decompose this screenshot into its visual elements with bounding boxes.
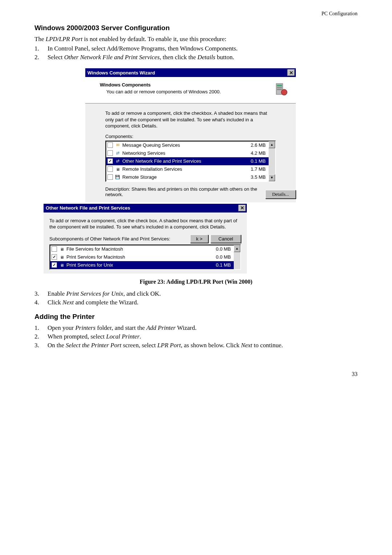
list-item[interactable]: 🖥 File Services for Macintosh 0.0 MB: [50, 245, 234, 253]
t: screen, select: [121, 342, 157, 349]
item-label: File Services for Macintosh: [66, 246, 209, 252]
banner-title: Windows Components: [100, 82, 221, 88]
t: Add Printer: [146, 324, 176, 331]
item-label: Other Network File and Print Services: [122, 158, 244, 164]
subcomponents-label: Subcomponents of Other Network File and …: [49, 236, 170, 242]
t: Open your: [48, 324, 75, 331]
list-number: 2.: [34, 54, 41, 61]
item-label: Remote Storage: [122, 174, 244, 180]
list-item[interactable]: 💾 Remote Storage 3.5 MB: [106, 173, 269, 181]
components-listbox[interactable]: ✉ Message Queuing Services 2.6 MB ⇄ Netw…: [105, 141, 276, 182]
wizard-banner: Windows Components You can add or remove…: [85, 77, 296, 104]
checkbox-icon[interactable]: [107, 166, 113, 172]
ap-step-3: 3. On the Select the Printer Port screen…: [34, 342, 358, 349]
t: LPR Port: [158, 342, 181, 349]
list-item-selected[interactable]: ✓ ⇄ Other Network File and Print Service…: [106, 157, 269, 165]
item-size: 0.0 MB: [209, 246, 232, 252]
item-label: Print Services for Unix: [66, 262, 209, 268]
network-icon: ⇄: [115, 150, 121, 156]
list-item[interactable]: ✓ 🖥 Print Services for Macintosh 0.0 MB: [50, 253, 234, 261]
windows-components-wizard-dialog: Windows Components Wizard ✕ Windows Comp…: [85, 68, 296, 202]
description-line: Description: Shares files and printers o…: [105, 186, 276, 197]
checkbox-icon[interactable]: [107, 150, 113, 156]
list-item[interactable]: ✉ Message Queuing Services 2.6 MB: [106, 141, 269, 149]
next-button[interactable]: k >: [190, 235, 208, 243]
checkbox-icon[interactable]: [107, 142, 113, 148]
page-number: 33: [34, 371, 358, 377]
scrollbar[interactable]: ▲: [234, 245, 240, 269]
checkbox-icon[interactable]: ✓: [52, 254, 57, 260]
step-3: 3. Enable Print Services for Unix, and c…: [34, 290, 358, 297]
t: , and click OK.: [123, 290, 161, 297]
item-size: 2.6 MB: [244, 142, 267, 148]
step-4: 4. Click Next and complete the Wizard.: [34, 299, 358, 306]
scroll-up-icon[interactable]: ▲: [269, 141, 275, 148]
close-icon[interactable]: ✕: [238, 205, 246, 211]
scroll-down-icon[interactable]: ▼: [269, 174, 275, 181]
scrollbar[interactable]: ▲ ▼: [269, 141, 275, 181]
list-item-selected[interactable]: ✓ 🖥 Print Services for Unix 0.1 MB: [50, 261, 234, 269]
text: is not enabled by default. To enable it,…: [82, 36, 226, 42]
network-icon: ⇄: [115, 158, 121, 164]
t: Next: [241, 342, 252, 349]
list-number: 4.: [34, 299, 41, 306]
dialog-title: Windows Components Wizard: [87, 70, 155, 76]
server-icon: [274, 82, 289, 97]
t: Print Services for Unix: [66, 290, 123, 297]
t: Printers: [75, 324, 95, 331]
close-icon[interactable]: ✕: [287, 69, 295, 76]
t: Other Network File and Print Services: [64, 54, 160, 61]
checkbox-icon[interactable]: ✓: [52, 262, 57, 268]
t: Local Printer: [106, 333, 139, 340]
dialog-body: To add or remove a component, click the …: [44, 212, 247, 274]
checkbox-icon[interactable]: [107, 174, 113, 180]
t: Next: [62, 299, 74, 306]
computer-icon: 🖥: [59, 262, 65, 268]
wizard-desc: To add or remove a component, click the …: [105, 110, 276, 129]
list-text: In Control Panel, select Add/Remove Prog…: [48, 45, 238, 52]
scroll-up-icon[interactable]: ▲: [234, 245, 240, 252]
item-label: Message Queuing Services: [122, 142, 244, 148]
ap-step-2: 2. When prompted, select Local Printer.: [34, 333, 358, 340]
cancel-button[interactable]: Cancel: [211, 235, 241, 243]
list-item[interactable]: ⇄ Networking Services 4.2 MB: [106, 149, 269, 157]
subcomponents-listbox[interactable]: 🖥 File Services for Macintosh 0.0 MB ✓ 🖥…: [49, 244, 241, 270]
item-label: Remote Installation Services: [122, 166, 244, 172]
svg-point-4: [281, 89, 287, 95]
text-em: LPD/LPR Port: [46, 36, 83, 42]
titlebar: Windows Components Wizard ✕: [85, 68, 296, 77]
t: Select: [48, 54, 64, 61]
t: When prompted, select: [48, 333, 106, 340]
t: .: [140, 333, 141, 340]
list-number: 2.: [34, 333, 41, 340]
components-label: Components:: [105, 134, 276, 139]
heading-adding-printer: Adding the Printer: [34, 313, 358, 321]
item-label: Networking Services: [122, 150, 244, 156]
list-text: Enable Print Services for Unix, and clic…: [48, 290, 161, 297]
svg-rect-3: [277, 89, 282, 90]
list-number: 1.: [34, 45, 41, 52]
list-number: 3.: [34, 290, 41, 297]
list-text: Select Other Network File and Print Serv…: [48, 54, 234, 61]
details-button[interactable]: Details...: [265, 190, 296, 199]
item-size: 1.7 MB: [244, 166, 267, 172]
dialog-title: Other Network File and Print Services: [46, 205, 130, 211]
item-size: 0.1 MB: [244, 158, 267, 164]
list-text: Open your Printers folder, and start the…: [48, 324, 197, 332]
wizard-body: Windows Components You can add or remove…: [85, 77, 296, 202]
svg-rect-2: [277, 87, 282, 88]
step-1: 1. In Control Panel, select Add/Remove P…: [34, 45, 358, 52]
checkbox-icon[interactable]: ✓: [107, 158, 113, 164]
t: , then click the: [160, 54, 197, 61]
t: folder, and start the: [95, 324, 146, 331]
list-text: On the Select the Printer Port screen, s…: [48, 342, 283, 349]
list-text: Click Next and complete the Wizard.: [48, 299, 138, 306]
heading-windows-config: Windows 2000/2003 Server Configuration: [34, 24, 358, 32]
t: Select the Printer Port: [66, 342, 121, 349]
list-text: When prompted, select Local Printer.: [48, 333, 141, 340]
figure-caption: Figure 23: Adding LPD/LPR Port (Win 2000…: [34, 279, 358, 285]
checkbox-icon[interactable]: [52, 246, 57, 252]
t: , as shown below. Click: [181, 342, 241, 349]
list-item[interactable]: 🖥 Remote Installation Services 1.7 MB: [106, 165, 269, 173]
dialog-desc: To add or remove a component, click the …: [49, 218, 241, 230]
